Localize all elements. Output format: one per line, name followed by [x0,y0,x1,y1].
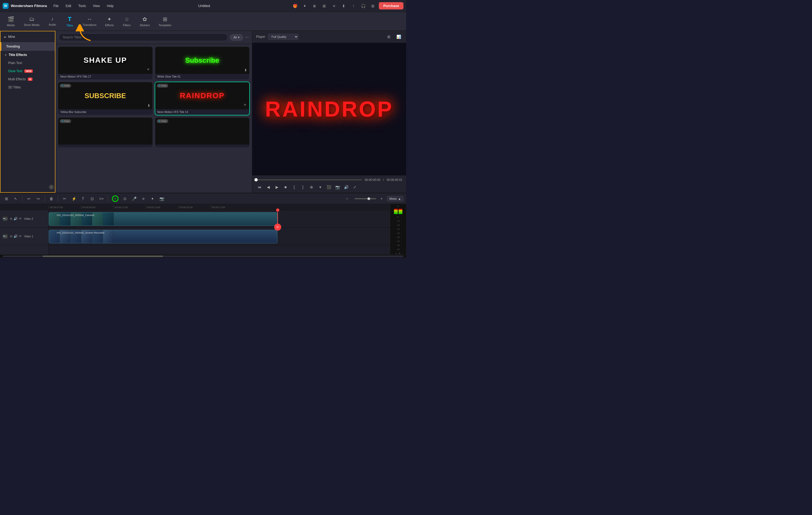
cut-button[interactable]: ✂ [61,195,68,203]
title-card-3[interactable]: © Free SUBSCRIBE ⬇ Yellow Blur Subscribe [58,82,152,115]
tool-effects[interactable]: ✦ Effects [102,14,118,28]
purchase-button[interactable]: Purchase [379,2,403,9]
sidebar-collapse-button[interactable]: ‹ [49,185,54,189]
motion-track-icon[interactable]: ⊙ [121,195,129,203]
zoom-slider[interactable] [354,198,376,199]
tool-audio[interactable]: ♪ Audio [45,14,61,28]
card-label-2: White Glow Title 01 [155,74,250,80]
frame-back-button[interactable]: ◀ [265,184,272,190]
templates-icon: ⊞ [163,16,167,23]
mic-icon[interactable]: 🎤 [130,195,138,203]
fullscreen-button[interactable]: ⤢ [351,184,358,190]
volume-button[interactable]: 🔊 [343,184,350,190]
add-to-timeline-button[interactable]: ⊕ [308,184,315,190]
delete-button[interactable]: 🗑 [48,195,55,203]
text-tool-icon[interactable]: T [79,195,87,203]
title-card-2[interactable]: Subscribe ⬇ White Glow Title 01 [155,47,250,80]
chevron-down-ctrl-icon[interactable]: ▾ [317,184,324,190]
sidebar-mine-item[interactable]: ▶ Mine [1,33,55,40]
screenshot-icon[interactable]: 📊 [395,33,402,40]
scissors-icon[interactable]: ✂ [274,223,281,231]
track-mute-icon-1[interactable]: 🔊 [13,234,18,238]
title-card-6[interactable]: © Free [155,118,250,147]
tool-filters[interactable]: ☆ Filters [119,14,135,28]
toolbar-sep-2 [45,196,45,202]
zoom-in-button[interactable]: ＋ [378,195,385,203]
share-icon[interactable]: ↑ [350,2,357,10]
grid-view-icon[interactable]: ⊞ [369,2,377,10]
card-add-btn-1[interactable]: ＋ [146,66,150,72]
audio-detach-icon[interactable]: ⚡ [70,195,78,203]
progress-track[interactable] [256,179,362,180]
tool-media[interactable]: 🎬 Media [3,14,19,28]
free-badge-icon-5: © [62,120,63,122]
sidebar-trending-item[interactable]: Trending [1,42,55,51]
track-eye-icon-1[interactable]: 👁 [19,234,22,238]
layout-icon[interactable]: ⊞ [320,2,328,10]
tool-stickers[interactable]: ✿ Stickers [136,14,153,28]
tool-templates[interactable]: ⊞ Templates [155,14,175,28]
zoom-out-button[interactable]: − [343,195,351,203]
chapter-icon[interactable]: ≡ [140,195,147,203]
title-card-1[interactable]: SHAKE UP ＋ Neon Motion VFX Title 17 [58,47,152,80]
track-mute-icon-2[interactable]: 🔊 [13,217,18,221]
quality-select[interactable]: Full Quality Half Quality Quarter Qualit… [268,34,298,40]
stop-button[interactable]: ■ [282,184,289,190]
meter-scale-2: -18 [397,224,400,226]
track-icon-2: 📷 [3,217,6,220]
tool-transitions[interactable]: ↔ Transitions [79,14,100,28]
step-back-button[interactable]: ⏮ [256,184,263,190]
mark-in-button[interactable]: { [291,184,298,190]
split-view-icon[interactable]: ⊞ [385,33,393,40]
play-button[interactable]: ▶ [273,184,281,190]
sidebar-item-plain-text[interactable]: Plain Text [1,59,55,67]
track-add-icon-2[interactable]: ⊕ [10,217,12,221]
download-icon[interactable]: ⬇ [340,2,347,10]
video-clip-2[interactable]: ▶ VID_20241010_063504_Camera [49,212,278,226]
search-filter-dropdown[interactable]: All ▾ [230,34,243,40]
snapshot-button[interactable]: 📷 [334,184,341,190]
gift-icon[interactable]: 🎁 [291,2,299,10]
video-clip-1[interactable]: ▶ VID_20241010_063504_Screen Recorder [49,230,278,243]
menu-help[interactable]: Help [104,3,117,9]
tool-stock-media[interactable]: 🗂 Stock Media [20,14,43,28]
cursor-icon[interactable]: ✦ [301,2,309,10]
bar-chart-icon[interactable]: ≡ [330,2,338,10]
track-add-icon-1[interactable]: ⊕ [10,234,12,238]
sidebar-item-3d-titles[interactable]: 3D Titles [1,83,55,91]
playhead[interactable]: ✂ [278,210,278,228]
menu-tools[interactable]: Tools [75,3,89,9]
menu-view[interactable]: View [89,3,103,9]
menu-file[interactable]: File [50,3,62,9]
scroll-thumb[interactable] [43,255,163,257]
more-tools-icon[interactable]: >> [97,195,105,203]
scene-split-icon[interactable]: ⊞ [3,195,10,203]
export-frame-button[interactable]: ⬛ [325,184,332,190]
mark-out-button[interactable]: } [299,184,307,190]
redo-button[interactable]: ↪ [34,195,42,203]
menu-edit[interactable]: Edit [62,3,75,9]
headphone-icon[interactable]: 🎧 [359,2,367,10]
card-download-btn-3[interactable]: ⬇ [147,103,150,108]
progress-thumb[interactable] [255,178,258,181]
tool-titles[interactable]: T Titles [62,14,78,29]
sidebar-title-effects-header[interactable]: ▼ Title Effects [1,51,55,59]
cursor-tool-icon[interactable]: ↖ [12,195,20,203]
card-add-btn-4[interactable]: ＋ [243,102,247,108]
search-more-button[interactable]: ··· [245,35,249,40]
title-card-5[interactable]: © Free [58,118,152,147]
track-eye-icon-2[interactable]: 👁 [19,217,22,221]
record-button[interactable]: ● [112,195,118,202]
camera-icon[interactable]: 📷 [158,195,166,203]
crop-icon[interactable]: ⊡ [88,195,96,203]
scroll-track[interactable] [3,255,403,257]
meter-button[interactable]: Meter ▲ [387,196,403,202]
speedometer-icon[interactable]: ⊕ [311,2,318,10]
undo-button[interactable]: ↩ [25,195,33,203]
sidebar-item-glow-text[interactable]: Glow Text NEW [1,67,55,75]
sidebar-item-multi-effects[interactable]: Multi Effects N [1,75,55,83]
search-input[interactable] [59,33,228,41]
title-card-4[interactable]: © Free RAINDROP ＋ Neon Motion VFX Title … [155,82,250,115]
card-download-btn-2[interactable]: ⬇ [244,68,247,72]
ai-cutout-icon[interactable]: ✦ [149,195,156,203]
